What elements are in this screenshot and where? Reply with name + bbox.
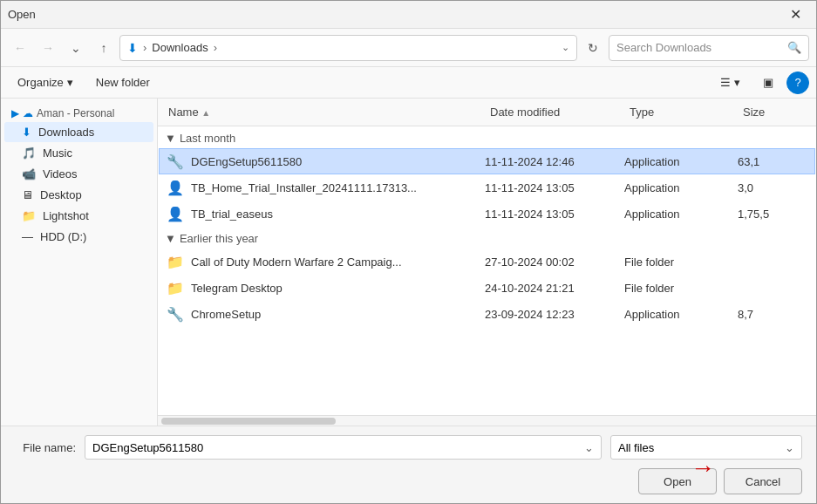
file-list-scroll[interactable]: ▼ Last month 🔧 DGEngSetup5611580 11-11-2… <box>158 126 816 415</box>
buttons-row: → Open Cancel <box>15 468 802 494</box>
file-icon-tb-trial: 👤 <box>167 205 184 222</box>
file-name-cell-telegram: 📁 Telegram Desktop <box>167 279 485 296</box>
file-date-dg: 11-11-2024 12:46 <box>485 155 624 168</box>
sidebar-label-downloads: Downloads <box>38 126 94 139</box>
table-row[interactable]: 🔧 ChromeSetup 23-09-2024 12:23 Applicati… <box>159 301 815 327</box>
sidebar-item-desktop[interactable]: 🖥 Desktop <box>4 185 153 205</box>
sidebar-item-lightshot[interactable]: 📁 Lightshot <box>4 206 153 226</box>
sidebar-item-hdd[interactable]: — HDD (D:) <box>4 227 153 247</box>
sidebar-item-music[interactable]: 🎵 Music 📌 <box>4 143 153 163</box>
file-list-header: Name ▲ Date modified Type Size <box>158 99 816 126</box>
group-label-last-month: Last month <box>180 132 235 145</box>
dropdown-history-button[interactable]: ⌄ <box>64 36 88 60</box>
cancel-label: Cancel <box>746 475 780 488</box>
file-type-tb-home: Application <box>624 181 738 194</box>
close-button[interactable]: ✕ <box>781 1 809 29</box>
hscroll-thumb[interactable] <box>161 418 336 425</box>
file-name-cell-tb-trial: 👤 TB_trial_easeus <box>167 205 485 222</box>
sidebar-account-label: Aman - Personal <box>37 107 114 119</box>
new-folder-label: New folder <box>96 76 150 89</box>
col-size-label: Size <box>743 106 765 119</box>
cancel-button[interactable]: Cancel <box>724 468 802 494</box>
address-chevron: › <box>143 41 146 54</box>
file-type-telegram: File folder <box>624 282 738 295</box>
file-name-telegram: Telegram Desktop <box>191 282 283 295</box>
col-type[interactable]: Type <box>626 106 739 119</box>
sidebar-label-videos: Videos <box>43 167 78 180</box>
file-icon-cod: 📁 <box>167 253 184 270</box>
file-name-cell-cod: 📁 Call of Duty Modern Warfare 2 Campaig.… <box>167 253 485 270</box>
bottom-bar: File name: DGEngSetup5611580 ⌄ All files… <box>1 426 816 503</box>
toolbar: ← → ⌄ ↑ ⬇ › Downloads › ⌄ ↻ Search Downl… <box>1 29 816 67</box>
col-type-label: Type <box>630 106 654 119</box>
sidebar-item-videos[interactable]: 📹 Videos 📌 <box>4 164 153 184</box>
filetype-dropdown-icon: ⌄ <box>785 441 794 454</box>
up-button[interactable]: ↑ <box>92 36 116 60</box>
file-name-cod: Call of Duty Modern Warfare 2 Campaig... <box>191 255 402 269</box>
col-name[interactable]: Name ▲ <box>165 106 487 119</box>
group-collapse-icon-last-month: ▼ <box>165 132 176 145</box>
forward-button[interactable]: → <box>36 36 60 60</box>
music-icon: 🎵 <box>22 146 36 160</box>
horizontal-scrollbar[interactable] <box>158 415 816 426</box>
file-list-area: Name ▲ Date modified Type Size ▼ Last mo… <box>158 99 816 426</box>
search-bar[interactable]: Search Downloads 🔍 <box>609 35 809 61</box>
filename-value: DGEngSetup5611580 <box>92 441 203 454</box>
file-icon-telegram: 📁 <box>167 279 184 296</box>
address-path: Downloads <box>152 41 208 54</box>
view-panel-icon: ▣ <box>763 76 773 89</box>
table-row[interactable]: 📁 Call of Duty Modern Warfare 2 Campaig.… <box>159 249 815 275</box>
file-type-tb-trial: Application <box>624 208 738 221</box>
view-list-button[interactable]: ☰ ▾ <box>711 72 750 94</box>
desktop-icon: 🖥 <box>22 188 33 201</box>
sidebar-label-lightshot: Lightshot <box>43 209 89 222</box>
view-panel-button[interactable]: ▣ <box>753 72 783 94</box>
filename-input[interactable]: DGEngSetup5611580 ⌄ <box>85 435 602 460</box>
table-row[interactable]: 🔧 DGEngSetup5611580 11-11-2024 12:46 App… <box>159 148 815 174</box>
sidebar-label-hdd: HDD (D:) <box>40 230 86 243</box>
open-label: Open <box>664 475 691 488</box>
table-row[interactable]: 📁 Telegram Desktop 24-10-2024 21:21 File… <box>159 275 815 301</box>
file-name-cell-tb-home: 👤 TB_Home_Trial_Installer_20241111.17313… <box>167 179 485 196</box>
col-size[interactable]: Size <box>739 106 809 119</box>
file-date-cod: 27-10-2024 00:02 <box>485 255 624 269</box>
downloads-icon: ⬇ <box>22 126 31 139</box>
group-label-earlier: Earlier this year <box>180 232 258 245</box>
title-bar-left: Open <box>8 8 36 21</box>
col-date[interactable]: Date modified <box>487 106 626 119</box>
file-name-chrome: ChromeSetup <box>191 308 261 321</box>
col-date-label: Date modified <box>490 106 560 119</box>
window-title: Open <box>8 8 36 21</box>
sidebar-chevron: ▶ <box>11 107 19 119</box>
back-button[interactable]: ← <box>8 36 32 60</box>
address-bar[interactable]: ⬇ › Downloads › ⌄ <box>119 35 577 61</box>
arrow-indicator: → <box>691 454 715 482</box>
file-name-cell-dg: 🔧 DGEngSetup5611580 <box>167 153 485 170</box>
sidebar-item-downloads[interactable]: ⬇ Downloads 📌 <box>4 122 153 142</box>
address-bar-dropdown-icon[interactable]: ⌄ <box>562 42 569 53</box>
action-bar-right: ☰ ▾ ▣ ? <box>711 72 809 94</box>
address-path-chevron: › <box>214 41 217 54</box>
videos-icon: 📹 <box>22 167 36 180</box>
arrow-symbol: → <box>691 454 715 482</box>
refresh-button[interactable]: ↻ <box>581 36 605 60</box>
file-icon-chrome: 🔧 <box>167 305 184 323</box>
table-row[interactable]: 👤 TB_trial_easeus 11-11-2024 13:05 Appli… <box>159 201 815 227</box>
group-collapse-icon-earlier: ▼ <box>165 232 176 245</box>
file-icon-dg: 🔧 <box>167 153 184 170</box>
help-button[interactable]: ? <box>786 72 809 94</box>
open-dialog: Open ✕ ← → ⌄ ↑ ⬇ › Downloads › ⌄ ↻ Searc… <box>0 0 817 504</box>
sidebar: ▶ ☁ Aman - Personal ⬇ Downloads 📌 🎵 Musi… <box>1 99 158 426</box>
file-type-chrome: Application <box>624 308 738 321</box>
group-last-month[interactable]: ▼ Last month <box>158 126 816 148</box>
table-row[interactable]: 👤 TB_Home_Trial_Installer_20241111.17313… <box>159 174 815 201</box>
group-earlier-this-year[interactable]: ▼ Earlier this year <box>158 227 816 249</box>
sidebar-cloud-icon: ☁ <box>23 107 33 119</box>
new-folder-button[interactable]: New folder <box>86 72 160 94</box>
file-size-dg: 63,1 <box>738 155 807 168</box>
title-bar: Open ✕ <box>1 1 816 29</box>
view-list-icon: ☰ <box>720 76 731 89</box>
file-icon-tb-home: 👤 <box>167 179 184 196</box>
organize-button[interactable]: Organize ▾ <box>8 72 83 94</box>
action-bar: Organize ▾ New folder ☰ ▾ ▣ ? <box>1 67 816 99</box>
